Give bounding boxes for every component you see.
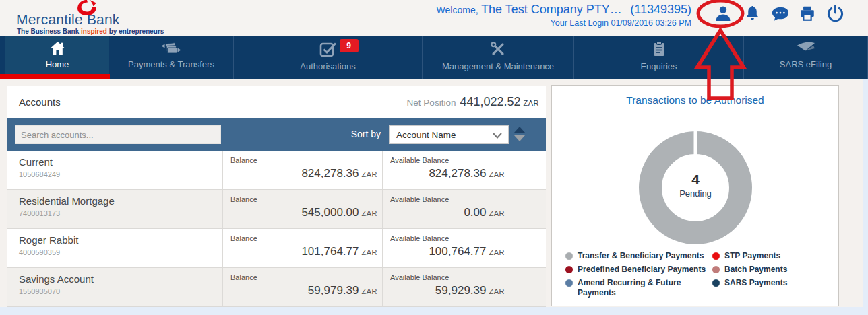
- account-row-roger-rabbit[interactable]: Roger Rabbit 4000590359 Balance 101,764.…: [7, 229, 546, 268]
- notifications-bell-icon[interactable]: [744, 5, 761, 22]
- tab-payments-transfers[interactable]: Payments & Transfers: [109, 36, 234, 79]
- net-position-label: Net Position: [407, 98, 456, 108]
- available-balance-amount: 0.00ZAR: [390, 206, 505, 219]
- account-number: 1550935070: [19, 287, 60, 295]
- content-area: Accounts Net Position441,022.52ZAR Sort …: [0, 79, 863, 307]
- legend-label: STP Payments: [724, 251, 826, 261]
- column-divider: [222, 268, 223, 306]
- accounts-toolbar: Sort by Account Name: [7, 118, 546, 151]
- donut-center-text: 4 Pending: [628, 172, 763, 199]
- bank-logo: Mercantile Bank: [16, 11, 120, 28]
- banking-dashboard-page: Mercantile Bank The Business Bank inspir…: [0, 0, 868, 315]
- legend-label: Transfer & Beneficiary Payments: [578, 251, 709, 261]
- tab-home[interactable]: Home: [5, 36, 109, 79]
- column-divider: [382, 229, 383, 267]
- last-login: Your Last Login 01/09/2016 03:26 PM: [337, 18, 691, 28]
- available-balance-label: Available Balance: [390, 273, 449, 281]
- account-name: Savings Account: [19, 273, 94, 285]
- account-name: Roger Rabbit: [19, 234, 78, 246]
- sort-by-label: Sort by: [297, 129, 381, 139]
- donut-notch: [694, 130, 698, 155]
- account-number: 4000590359: [19, 248, 60, 256]
- pending-label: Pending: [628, 188, 763, 199]
- tab-label: SARS eFiling: [744, 59, 867, 69]
- column-divider: [382, 268, 383, 306]
- search-accounts-input[interactable]: [15, 125, 221, 144]
- pending-count: 4: [628, 172, 763, 188]
- tab-label: Authorisations: [234, 61, 422, 71]
- tab-management-maintenance[interactable]: Management & Maintenance: [423, 36, 574, 79]
- legend-label: Batch Payments: [724, 265, 826, 275]
- legend-dot: [712, 279, 720, 287]
- legend-dot: [712, 252, 720, 260]
- legend-dot: [565, 279, 573, 287]
- account-row-savings[interactable]: Savings Account 1550935070 Balance 59,97…: [7, 268, 546, 307]
- account-row-current[interactable]: Current 1050684249 Balance 824,278.36ZAR…: [7, 151, 546, 190]
- panel-title: Transactions to be Authorised: [552, 94, 838, 106]
- balance-amount: 545,000.00ZAR: [229, 206, 377, 219]
- welcome-block: Welcome, The Test Company PTY… (11349395…: [337, 3, 691, 28]
- legend-label: SARS Payments: [724, 278, 826, 288]
- tab-label: Enquiries: [574, 61, 743, 71]
- company-name: The Test Company PTY…: [481, 3, 622, 16]
- available-balance-label: Available Balance: [390, 234, 449, 242]
- sort-by-value: Account Name: [396, 130, 456, 140]
- authorisations-checkbox-icon: [319, 41, 337, 57]
- tab-label: Home: [5, 59, 109, 69]
- main-navigation: Home Payments & Transfers 9 Authorisatio…: [0, 36, 868, 79]
- column-divider: [222, 151, 223, 189]
- balance-label: Balance: [230, 195, 257, 203]
- active-tab-indicator: [0, 74, 110, 79]
- welcome-line: Welcome, The Test Company PTY… (11349395…: [337, 3, 691, 17]
- legend-label: Predefined Beneficiary Payments: [578, 265, 709, 275]
- account-number: 1050684249: [19, 170, 60, 178]
- available-balance-amount: 100,764.77ZAR: [390, 245, 505, 258]
- sort-ascending-button[interactable]: [514, 127, 525, 133]
- balance-label: Balance: [230, 156, 257, 164]
- print-icon[interactable]: [799, 5, 816, 22]
- column-divider: [382, 190, 383, 228]
- messages-chat-icon[interactable]: [771, 5, 790, 24]
- accounts-panel: Accounts Net Position441,022.52ZAR Sort …: [7, 86, 546, 307]
- tab-authorisations[interactable]: 9 Authorisations: [234, 36, 423, 79]
- clipboard-icon: [652, 41, 666, 57]
- home-icon: [50, 41, 65, 55]
- account-name: Current: [19, 156, 53, 168]
- accounts-list: Current 1050684249 Balance 824,278.36ZAR…: [7, 151, 546, 307]
- net-position-currency: ZAR: [524, 99, 540, 107]
- sars-efiling-bird-icon: [796, 41, 816, 54]
- authorisations-badge: 9: [340, 39, 359, 53]
- available-balance-label: Available Balance: [390, 156, 449, 164]
- welcome-prefix: Welcome,: [437, 5, 478, 15]
- available-balance-amount: 59,929.39ZAR: [390, 284, 505, 298]
- logout-power-icon[interactable]: [826, 4, 844, 22]
- net-position-value: 441,022.52: [460, 95, 520, 108]
- available-balance-amount: 824,278.36ZAR: [390, 167, 505, 180]
- balance-amount: 59,979.39ZAR: [229, 284, 377, 298]
- column-divider: [222, 229, 223, 267]
- column-divider: [382, 151, 383, 189]
- tab-label: Management & Maintenance: [423, 61, 574, 71]
- accounts-title: Accounts: [19, 96, 61, 108]
- legend-dot: [712, 266, 720, 273]
- balance-label: Balance: [230, 273, 257, 281]
- sort-descending-button[interactable]: [514, 135, 525, 141]
- account-number: 7400013173: [19, 209, 60, 217]
- balance-label: Balance: [230, 234, 257, 242]
- legend-dot: [565, 252, 573, 260]
- balance-amount: 101,764.77ZAR: [229, 245, 377, 258]
- column-divider: [222, 190, 223, 228]
- tab-sars-efiling[interactable]: SARS eFiling: [744, 36, 868, 79]
- available-balance-label: Available Balance: [390, 195, 449, 203]
- legend-dot: [565, 266, 573, 273]
- profile-icon[interactable]: [714, 4, 733, 23]
- company-id: (11349395): [630, 3, 691, 16]
- bank-tagline: The Business Bank inspired by entreprene…: [17, 28, 164, 35]
- balance-amount: 824,278.36ZAR: [229, 167, 377, 180]
- account-row-residential-mortgage[interactable]: Residential Mortgage 7400013173 Balance …: [7, 190, 546, 229]
- net-position: Net Position441,022.52ZAR: [407, 95, 539, 109]
- tab-label: Payments & Transfers: [109, 59, 233, 69]
- tab-enquiries[interactable]: Enquiries: [574, 36, 744, 79]
- tools-icon: [490, 41, 506, 57]
- sort-by-select[interactable]: Account Name: [389, 125, 509, 144]
